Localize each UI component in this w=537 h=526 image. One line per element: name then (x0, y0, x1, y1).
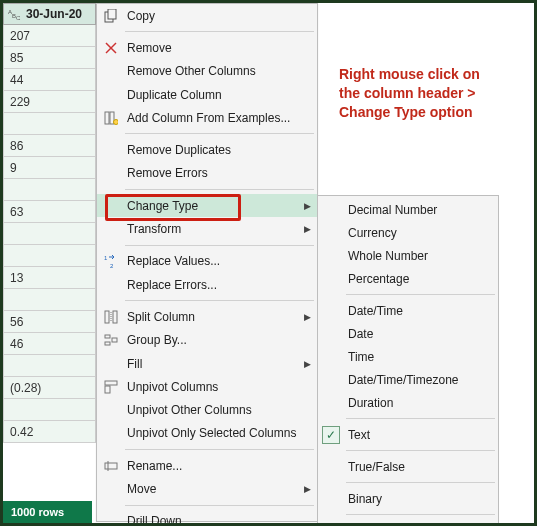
svg-rect-20 (105, 463, 117, 469)
menu-label: Time (348, 350, 374, 364)
data-cell[interactable] (3, 113, 96, 135)
menu-replace-errors[interactable]: Replace Errors... (97, 273, 317, 296)
menu-label: Add Column From Examples... (127, 111, 290, 125)
type-using-locale[interactable]: Using Locale... (318, 519, 498, 526)
unpivot-icon (102, 378, 120, 396)
menu-label: Whole Number (348, 249, 428, 263)
rename-icon (102, 457, 120, 475)
menu-transform[interactable]: Transform ▶ (97, 217, 317, 240)
svg-rect-19 (105, 386, 110, 393)
menu-label: Date (348, 327, 373, 341)
data-column: 207 85 44 229 86 9 63 13 56 46 (0.28) 0.… (3, 25, 96, 443)
svg-rect-7 (105, 112, 109, 124)
type-binary[interactable]: Binary (318, 487, 498, 510)
data-cell[interactable]: 56 (3, 311, 96, 333)
menu-copy[interactable]: Copy (97, 4, 317, 27)
row-count: 1000 rows (11, 506, 64, 518)
type-decimal[interactable]: Decimal Number (318, 198, 498, 221)
menu-remove-errors[interactable]: Remove Errors (97, 162, 317, 185)
menu-separator (125, 505, 314, 506)
menu-duplicate-column[interactable]: Duplicate Column (97, 83, 317, 106)
menu-label: Currency (348, 226, 397, 240)
menu-label: Replace Errors... (127, 278, 217, 292)
menu-change-type[interactable]: Change Type ▶ (97, 194, 317, 217)
menu-fill[interactable]: Fill ▶ (97, 352, 317, 375)
data-cell[interactable]: 0.42 (3, 421, 96, 443)
status-bar: 1000 rows (3, 501, 92, 523)
menu-drill-down[interactable]: Drill Down (97, 510, 317, 526)
data-cell[interactable] (3, 399, 96, 421)
menu-separator (125, 300, 314, 301)
chevron-right-icon: ▶ (304, 201, 311, 211)
type-duration[interactable]: Duration (318, 391, 498, 414)
svg-rect-13 (113, 311, 117, 323)
svg-rect-18 (105, 381, 117, 385)
menu-move[interactable]: Move ▶ (97, 477, 317, 500)
type-date-time[interactable]: Date/Time (318, 299, 498, 322)
data-cell[interactable] (3, 355, 96, 377)
data-cell[interactable]: 85 (3, 47, 96, 69)
menu-remove-other-columns[interactable]: Remove Other Columns (97, 60, 317, 83)
replace-icon: 12 (102, 252, 120, 270)
menu-label: Duplicate Column (127, 88, 222, 102)
type-date[interactable]: Date (318, 322, 498, 345)
data-cell[interactable]: 9 (3, 157, 96, 179)
svg-text:1: 1 (104, 255, 108, 261)
menu-label: Change Type (127, 199, 198, 213)
data-cell[interactable]: 46 (3, 333, 96, 355)
svg-rect-17 (112, 338, 117, 342)
menu-unpivot-other[interactable]: Unpivot Other Columns (97, 398, 317, 421)
menu-label: Replace Values... (127, 254, 220, 268)
data-cell[interactable]: 207 (3, 25, 96, 47)
menu-unpivot-selected[interactable]: Unpivot Only Selected Columns (97, 422, 317, 445)
menu-label: Date/Time/Timezone (348, 373, 458, 387)
menu-separator (346, 482, 495, 483)
type-currency[interactable]: Currency (318, 221, 498, 244)
data-cell[interactable]: 86 (3, 135, 96, 157)
column-header[interactable]: ABC 30-Jun-20 (3, 3, 96, 25)
menu-separator (125, 31, 314, 32)
data-cell[interactable]: (0.28) (3, 377, 96, 399)
type-date-time-timezone[interactable]: Date/Time/Timezone (318, 368, 498, 391)
menu-replace-values[interactable]: 12 Replace Values... (97, 250, 317, 273)
data-cell[interactable]: 63 (3, 201, 96, 223)
menu-rename[interactable]: Rename... (97, 454, 317, 477)
menu-unpivot-columns[interactable]: Unpivot Columns (97, 375, 317, 398)
menu-label: Drill Down (127, 514, 182, 526)
data-cell[interactable] (3, 223, 96, 245)
menu-group-by[interactable]: Group By... (97, 329, 317, 352)
menu-label: Decimal Number (348, 203, 437, 217)
menu-remove-duplicates[interactable]: Remove Duplicates (97, 138, 317, 161)
menu-label: Duration (348, 396, 393, 410)
menu-remove[interactable]: Remove (97, 36, 317, 59)
data-cell[interactable]: 229 (3, 91, 96, 113)
column-name: 30-Jun-20 (26, 7, 82, 21)
menu-separator (346, 294, 495, 295)
type-percentage[interactable]: Percentage (318, 267, 498, 290)
menu-separator (125, 245, 314, 246)
menu-separator (125, 133, 314, 134)
svg-text:C: C (16, 15, 21, 21)
type-time[interactable]: Time (318, 345, 498, 368)
menu-label: Remove Duplicates (127, 143, 231, 157)
data-type-icon: ABC (8, 7, 22, 21)
data-cell[interactable] (3, 245, 96, 267)
group-icon (102, 331, 120, 349)
type-whole-number[interactable]: Whole Number (318, 244, 498, 267)
type-true-false[interactable]: True/False (318, 455, 498, 478)
type-text[interactable]: ✓ Text (318, 423, 498, 446)
menu-separator (125, 449, 314, 450)
menu-label: Split Column (127, 310, 195, 324)
menu-split-column[interactable]: Split Column ▶ (97, 305, 317, 328)
menu-label: True/False (348, 460, 405, 474)
menu-label: Copy (127, 9, 155, 23)
data-cell[interactable]: 13 (3, 267, 96, 289)
menu-label: Rename... (127, 459, 182, 473)
copy-icon (102, 7, 120, 25)
menu-add-column-from-examples[interactable]: Add Column From Examples... (97, 106, 317, 129)
chevron-right-icon: ▶ (304, 484, 311, 494)
data-cell[interactable]: 44 (3, 69, 96, 91)
data-cell[interactable] (3, 179, 96, 201)
menu-separator (346, 450, 495, 451)
data-cell[interactable] (3, 289, 96, 311)
